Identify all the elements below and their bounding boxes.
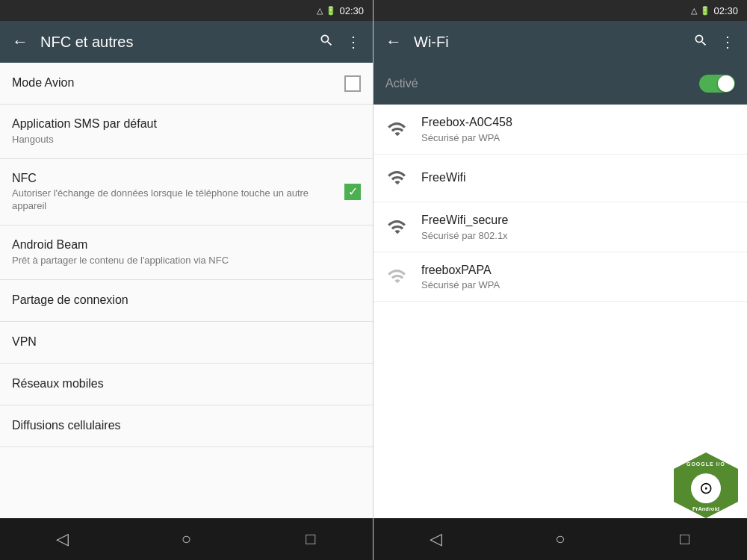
reseaux-mobiles-title: Réseaux mobiles xyxy=(12,376,361,392)
right-status-icons: △ 🔋 02:30 xyxy=(691,5,738,16)
nfc-checkbox[interactable]: ✓ xyxy=(344,184,361,200)
diffusions-cellulaires-title: Diffusions cellulaires xyxy=(12,418,361,434)
wifi-name-freewifi: FreeWifi xyxy=(421,170,735,186)
nfc-subtitle: Autoriser l'échange de données lorsque l… xyxy=(12,187,344,213)
vpn-title: VPN xyxy=(12,335,361,350)
wifi-security-freeboxpapa: Sécurisé par WPA xyxy=(421,279,735,290)
google-io-badge: GOOGLE I/O ⊙ FrAndroid xyxy=(672,451,740,518)
left-signal-icon: △ xyxy=(317,6,323,16)
settings-item-diffusions-cellulaires[interactable]: Diffusions cellulaires xyxy=(0,405,373,447)
right-home-nav-button[interactable]: ○ xyxy=(542,521,578,557)
wifi-toggle-row: Activé xyxy=(374,63,747,105)
left-status-time: 02:30 xyxy=(339,5,364,16)
android-beam-title: Android Beam xyxy=(12,237,361,253)
left-search-icon[interactable] xyxy=(319,33,334,52)
left-battery-icon: 🔋 xyxy=(326,6,336,16)
right-more-icon[interactable]: ⋮ xyxy=(720,33,735,51)
sms-app-title: Application SMS par défaut xyxy=(12,116,361,132)
wifi-signal-freeboxpapa xyxy=(385,264,409,288)
svg-text:FrAndroid: FrAndroid xyxy=(692,505,720,512)
wifi-signal-freewifi-secure xyxy=(385,215,409,239)
right-nav-bar: ◁ ○ □ xyxy=(374,518,747,560)
wifi-signal-freewifi xyxy=(385,166,409,190)
nfc-title: NFC xyxy=(12,171,344,187)
wifi-security-freebox-a0c458: Sécurisé par WPA xyxy=(421,132,735,143)
right-status-bar: △ 🔋 02:30 xyxy=(374,0,747,21)
wifi-item-freewifi[interactable]: FreeWifi xyxy=(374,155,747,202)
left-phone-panel: △ 🔋 02:30 ← NFC et autres ⋮ Mode Avion A… xyxy=(0,0,374,560)
left-more-icon[interactable]: ⋮ xyxy=(346,33,361,51)
settings-item-sms-app[interactable]: Application SMS par défaut Hangouts xyxy=(0,105,373,159)
left-status-bar: △ 🔋 02:30 xyxy=(0,0,373,21)
sms-app-subtitle: Hangouts xyxy=(12,134,361,146)
left-app-bar-title: NFC et autres xyxy=(40,34,307,51)
right-back-button[interactable]: ← xyxy=(385,32,402,52)
left-home-nav-button[interactable]: ○ xyxy=(168,521,204,557)
right-phone-panel: △ 🔋 02:30 ← Wi-Fi ⋮ Activé Freebox-A0C45 xyxy=(374,0,747,560)
svg-text:⊙: ⊙ xyxy=(699,479,713,497)
wifi-item-freewifi-secure[interactable]: FreeWifi_secure Sécurisé par 802.1x xyxy=(374,202,747,252)
settings-item-vpn[interactable]: VPN xyxy=(0,322,373,364)
mode-avion-checkbox[interactable] xyxy=(344,75,361,92)
wifi-item-freebox-a0c458[interactable]: Freebox-A0C458 Sécurisé par WPA xyxy=(374,105,747,155)
mode-avion-title: Mode Avion xyxy=(12,75,344,91)
left-app-bar: ← NFC et autres ⋮ xyxy=(0,21,373,63)
settings-item-partage-connexion[interactable]: Partage de connexion xyxy=(0,280,373,322)
left-nav-bar: ◁ ○ □ xyxy=(0,518,373,560)
svg-text:GOOGLE I/O: GOOGLE I/O xyxy=(686,461,725,467)
left-app-bar-actions: ⋮ xyxy=(319,33,361,52)
settings-item-nfc[interactable]: NFC Autoriser l'échange de données lorsq… xyxy=(0,159,373,226)
right-recents-nav-button[interactable]: □ xyxy=(667,521,703,557)
left-recents-nav-button[interactable]: □ xyxy=(293,521,329,557)
settings-item-android-beam[interactable]: Android Beam Prêt à partager le contenu … xyxy=(0,225,373,280)
wifi-name-freebox-a0c458: Freebox-A0C458 xyxy=(421,115,735,131)
left-back-button[interactable]: ← xyxy=(12,32,28,52)
wifi-toggle-switch[interactable] xyxy=(699,75,735,93)
right-back-nav-button[interactable]: ◁ xyxy=(418,521,453,557)
partage-connexion-title: Partage de connexion xyxy=(12,293,361,308)
left-status-icons: △ 🔋 02:30 xyxy=(317,5,364,16)
right-signal-icon: △ xyxy=(691,6,697,16)
right-app-bar-title: Wi-Fi xyxy=(414,34,681,51)
right-battery-icon: 🔋 xyxy=(700,6,710,16)
right-status-time: 02:30 xyxy=(713,5,738,16)
right-search-icon[interactable] xyxy=(693,33,708,52)
wifi-toggle-thumb xyxy=(718,75,734,92)
settings-item-reseaux-mobiles[interactable]: Réseaux mobiles xyxy=(0,364,373,405)
wifi-name-freeboxpapa: freeboxPAPA xyxy=(421,263,735,279)
left-settings-list: Mode Avion Application SMS par défaut Ha… xyxy=(0,63,373,518)
right-app-bar: ← Wi-Fi ⋮ xyxy=(374,21,747,63)
right-app-bar-actions: ⋮ xyxy=(693,33,735,52)
left-back-nav-button[interactable]: ◁ xyxy=(44,521,80,557)
wifi-security-freewifi-secure: Sécurisé par 802.1x xyxy=(421,230,735,241)
wifi-item-freeboxpapa[interactable]: freeboxPAPA Sécurisé par WPA xyxy=(374,252,747,302)
wifi-toggle-label: Activé xyxy=(385,77,418,90)
wifi-signal-freebox-a0c458 xyxy=(385,117,409,141)
wifi-name-freewifi-secure: FreeWifi_secure xyxy=(421,213,735,228)
android-beam-subtitle: Prêt à partager le contenu de l'applicat… xyxy=(12,255,361,267)
settings-item-mode-avion[interactable]: Mode Avion xyxy=(0,63,373,105)
